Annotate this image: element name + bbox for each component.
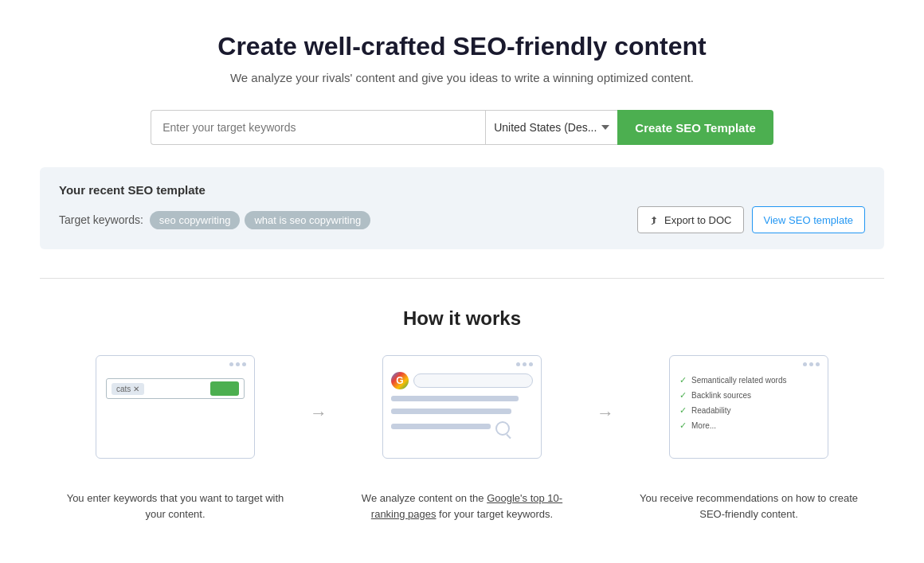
keywords-left: Target keywords: seo copywriting what is… xyxy=(59,211,375,229)
section-divider xyxy=(40,278,884,279)
result-line xyxy=(391,424,491,429)
step-2: G xyxy=(343,355,581,471)
checkmark-icon: ✓ xyxy=(679,420,687,431)
view-seo-template-button[interactable]: View SEO template xyxy=(752,206,865,233)
result-row-3 xyxy=(391,421,533,436)
step-1-description: You enter keywords that you want to targ… xyxy=(56,491,295,522)
browser-dots-2 xyxy=(516,362,533,366)
dot xyxy=(523,362,527,366)
search-input-mock xyxy=(413,373,533,388)
dot xyxy=(529,362,533,366)
target-keywords-label: Target keywords: xyxy=(59,213,143,226)
check-item-4: ✓ More... xyxy=(679,420,818,431)
step-3: ✓ Semantically related words ✓ Backlink … xyxy=(629,355,868,471)
steps-row: cats ✕ → xyxy=(40,355,884,471)
step3-content: ✓ Semantically related words ✓ Backlink … xyxy=(679,375,818,436)
result-line xyxy=(391,409,511,414)
check-item-1: ✓ Semantically related words xyxy=(679,375,818,385)
how-it-works-section: How it works cats ✕ xyxy=(40,307,884,522)
check-item-2: ✓ Backlink sources xyxy=(679,390,818,401)
result-row-2 xyxy=(391,409,533,418)
country-label: United States (Des... xyxy=(494,121,597,134)
step1-green-button xyxy=(210,381,239,396)
google-search-bar: G xyxy=(391,372,533,389)
browser-dots-3 xyxy=(803,362,820,366)
dot xyxy=(516,362,520,366)
recent-template-title: Your recent SEO template xyxy=(59,183,865,197)
step2-content: G xyxy=(391,372,533,439)
result-row-1 xyxy=(391,396,533,405)
dot xyxy=(803,362,807,366)
browser-dots-1 xyxy=(229,362,246,366)
step-1-illustration: cats ✕ xyxy=(96,355,255,459)
dot xyxy=(809,362,813,366)
right-arrow-icon: → xyxy=(597,403,614,424)
dot xyxy=(229,362,233,366)
right-arrow-icon: → xyxy=(310,403,327,424)
result-line xyxy=(391,396,519,401)
template-actions: ⮭ Export to DOC View SEO template xyxy=(637,206,865,233)
recent-template-box: Your recent SEO template Target keywords… xyxy=(40,167,884,249)
page-title: Create well-crafted SEO-friendly content xyxy=(40,32,884,61)
checkmark-icon: ✓ xyxy=(679,390,687,401)
cats-tag: cats ✕ xyxy=(112,383,144,395)
keyword-tag-2: what is seo copywriting xyxy=(245,211,370,229)
step-3-description: You receive recommendations on how to cr… xyxy=(629,491,868,522)
checkmark-icon: ✓ xyxy=(679,405,687,416)
hero-subtitle: We analyze your rivals' content and give… xyxy=(40,71,884,84)
step-1: cats ✕ xyxy=(56,355,295,471)
steps-descriptions: You enter keywords that you want to targ… xyxy=(40,491,884,522)
arrow-2: → xyxy=(581,355,629,424)
step-2-illustration: G xyxy=(382,355,542,459)
keyword-input[interactable] xyxy=(151,110,485,145)
hero-section: Create well-crafted SEO-friendly content… xyxy=(40,32,884,84)
recent-template-row: Target keywords: seo copywriting what is… xyxy=(59,206,865,233)
arrow-spacer-1 xyxy=(295,491,343,522)
check-item-3: ✓ Readability xyxy=(679,405,818,416)
how-it-works-title: How it works xyxy=(40,307,884,330)
step-3-illustration: ✓ Semantically related words ✓ Backlink … xyxy=(669,355,828,459)
checkmark-icon: ✓ xyxy=(679,375,687,385)
step1-content: cats ✕ xyxy=(106,378,245,407)
step1-input-bar: cats ✕ xyxy=(106,378,245,399)
arrow-1: → xyxy=(295,355,343,424)
dot xyxy=(236,362,240,366)
search-form: United States (Des... Create SEO Templat… xyxy=(40,110,884,145)
keyword-tag-1: seo copywriting xyxy=(150,211,241,229)
export-to-doc-button[interactable]: ⮭ Export to DOC xyxy=(637,206,744,233)
chevron-down-icon xyxy=(601,125,609,130)
dot xyxy=(242,362,246,366)
google-link: Google's top 10-ranking pages xyxy=(371,492,562,520)
create-seo-template-button[interactable]: Create SEO Template xyxy=(617,110,773,145)
upload-icon: ⮭ xyxy=(649,214,660,226)
search-icon xyxy=(495,421,510,436)
dot xyxy=(816,362,820,366)
arrow-spacer-2 xyxy=(581,491,629,522)
google-logo: G xyxy=(391,372,409,389)
step-2-description: We analyze content on the Google's top 1… xyxy=(343,491,581,522)
country-select[interactable]: United States (Des... xyxy=(485,110,617,145)
